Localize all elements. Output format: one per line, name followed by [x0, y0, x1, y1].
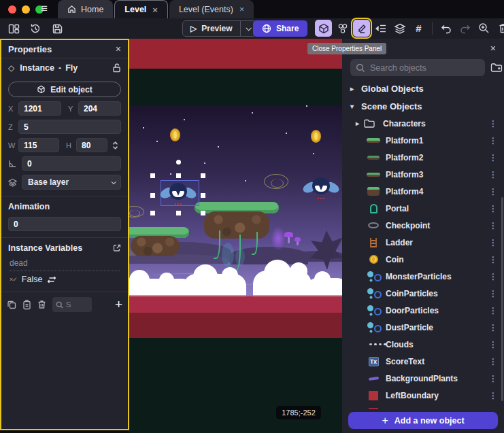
- object-item-scoretext[interactable]: Tx ScoreText ⋮: [342, 353, 504, 370]
- scene-canvas[interactable]: 1785;-252: [129, 39, 342, 433]
- toggle-value-icon[interactable]: [47, 276, 56, 283]
- tab-level-events[interactable]: Level (Events) ×: [169, 0, 254, 18]
- bottom-boundary-object[interactable]: [129, 313, 342, 338]
- angle-input[interactable]: [22, 156, 121, 171]
- object-item-platform2[interactable]: Platform2 ⋮: [342, 149, 504, 166]
- object-item-rightboundary[interactable]: RightBoundary ⋮: [342, 404, 504, 409]
- resize-handle[interactable]: [201, 211, 205, 215]
- resize-handle[interactable]: [176, 211, 181, 215]
- x-input[interactable]: [18, 101, 61, 116]
- main-menu-icon[interactable]: ≡: [41, 2, 48, 16]
- tab-home[interactable]: Home: [58, 0, 113, 18]
- undo-button[interactable]: [437, 20, 454, 37]
- kebab-menu-icon[interactable]: ⋮: [489, 238, 497, 247]
- object-item-clouds[interactable]: Clouds ⋮: [342, 336, 504, 353]
- scene-objects-section[interactable]: ▾ Scene Objects: [342, 97, 504, 115]
- variables-search-input[interactable]: [66, 300, 86, 309]
- history-icon[interactable]: [29, 21, 42, 36]
- share-button[interactable]: Share: [253, 20, 307, 37]
- edit-object-button[interactable]: Edit object: [8, 82, 121, 97]
- copy-icon[interactable]: [7, 300, 16, 309]
- kebab-menu-icon[interactable]: ⋮: [489, 255, 497, 264]
- grid-button[interactable]: #: [410, 20, 427, 37]
- add-variable-button[interactable]: +: [115, 298, 122, 311]
- resize-handle[interactable]: [201, 173, 205, 178]
- object-item-portal[interactable]: Portal ⋮: [342, 200, 504, 217]
- kebab-menu-icon[interactable]: ⋮: [489, 357, 497, 366]
- object-item-ladder[interactable]: Ladder ⋮: [342, 234, 504, 251]
- instances-list-button[interactable]: [372, 20, 389, 37]
- zoom-in-button[interactable]: [475, 20, 492, 37]
- kebab-menu-icon[interactable]: ⋮: [489, 306, 497, 315]
- minimize-window-button[interactable]: [22, 5, 30, 14]
- redo-button[interactable]: [456, 20, 473, 37]
- platform-island[interactable]: [129, 227, 189, 268]
- kebab-menu-icon[interactable]: ⋮: [489, 289, 497, 298]
- global-objects-section[interactable]: ▸ Global Objects: [342, 80, 504, 97]
- checkpoint-outline[interactable]: [264, 174, 288, 189]
- preview-button[interactable]: ▷ Preview: [183, 24, 240, 33]
- fly-object-selected[interactable]: [161, 182, 196, 207]
- close-properties-icon[interactable]: ×: [116, 44, 121, 54]
- delete-button[interactable]: [494, 20, 504, 37]
- animation-input[interactable]: [8, 217, 121, 231]
- kebab-menu-icon[interactable]: ⋮: [489, 153, 497, 162]
- width-input[interactable]: [18, 138, 59, 152]
- close-tab-icon[interactable]: ×: [152, 5, 158, 15]
- layer-dropdown[interactable]: Base layer: [22, 175, 121, 190]
- unlink-dimensions-icon[interactable]: [112, 141, 121, 150]
- kebab-menu-icon[interactable]: ⋮: [489, 323, 497, 332]
- add-object-button[interactable]: + Add a new object: [348, 412, 498, 429]
- variable-name[interactable]: dead: [10, 258, 120, 271]
- unlock-icon[interactable]: [112, 63, 121, 73]
- resize-handle[interactable]: [150, 211, 155, 215]
- tab-level[interactable]: Level ×: [114, 0, 168, 18]
- objects-search-input[interactable]: [370, 63, 480, 73]
- object-item-characters[interactable]: ▸ Characters ⋮: [342, 115, 504, 132]
- object-item-backgroundplants[interactable]: BackgroundPlants ⋮: [342, 370, 504, 387]
- kebab-menu-icon[interactable]: ⋮: [489, 340, 497, 349]
- height-input[interactable]: [76, 138, 107, 152]
- save-icon[interactable]: [50, 21, 64, 36]
- toggle-3d-view-button[interactable]: [315, 20, 332, 37]
- resize-handle[interactable]: [176, 173, 181, 178]
- kebab-menu-icon[interactable]: ⋮: [489, 272, 497, 281]
- close-objects-panel-icon[interactable]: ×: [490, 43, 496, 54]
- object-item-coin[interactable]: Coin ⋮: [342, 251, 504, 268]
- resize-handle[interactable]: [150, 193, 155, 198]
- objects-search[interactable]: [350, 59, 485, 76]
- close-window-button[interactable]: [8, 5, 16, 14]
- instance-properties-button[interactable]: [353, 20, 370, 37]
- resize-handle[interactable]: [150, 173, 155, 178]
- coin-object[interactable]: [311, 130, 321, 143]
- coin-object[interactable]: [170, 128, 180, 141]
- fly-object[interactable]: [303, 177, 339, 201]
- object-item-dustparticle[interactable]: DustParticle ⋮: [342, 319, 504, 336]
- kebab-menu-icon[interactable]: ⋮: [489, 374, 497, 383]
- trash-icon[interactable]: [37, 300, 46, 309]
- object-item-platform3[interactable]: Platform3 ⋮: [342, 166, 504, 183]
- object-item-doorparticles[interactable]: DoorParticles ⋮: [342, 302, 504, 319]
- object-item-platform4[interactable]: Platform4 ⋮: [342, 183, 504, 200]
- kebab-menu-icon[interactable]: ⋮: [489, 391, 497, 400]
- object-item-platform1[interactable]: Platform1 ⋮: [342, 132, 504, 149]
- object-item-monsterparticles[interactable]: MonsterParticles ⋮: [342, 268, 504, 285]
- rotation-handle[interactable]: [176, 160, 181, 164]
- object-item-checkpoint[interactable]: Checkpoint ⋮: [342, 217, 504, 234]
- open-variables-icon[interactable]: [113, 244, 121, 252]
- panels-layout-icon[interactable]: [7, 21, 20, 36]
- resize-handle[interactable]: [201, 193, 205, 198]
- kebab-menu-icon[interactable]: ⋮: [489, 119, 497, 128]
- object-groups-button[interactable]: [334, 20, 351, 37]
- kebab-menu-icon[interactable]: ⋮: [489, 221, 497, 230]
- kebab-menu-icon[interactable]: ⋮: [489, 204, 497, 213]
- z-input[interactable]: [18, 120, 121, 134]
- object-item-leftboundary[interactable]: LeftBoundary ⋮: [342, 387, 504, 404]
- close-tab-icon[interactable]: ×: [239, 4, 245, 14]
- y-input[interactable]: [78, 101, 121, 116]
- kebab-menu-icon[interactable]: ⋮: [489, 187, 497, 196]
- variable-value[interactable]: False: [22, 275, 43, 284]
- add-folder-icon[interactable]: [490, 63, 503, 73]
- paste-icon[interactable]: [22, 300, 31, 310]
- object-item-coinparticles[interactable]: CoinParticles ⋮: [342, 285, 504, 302]
